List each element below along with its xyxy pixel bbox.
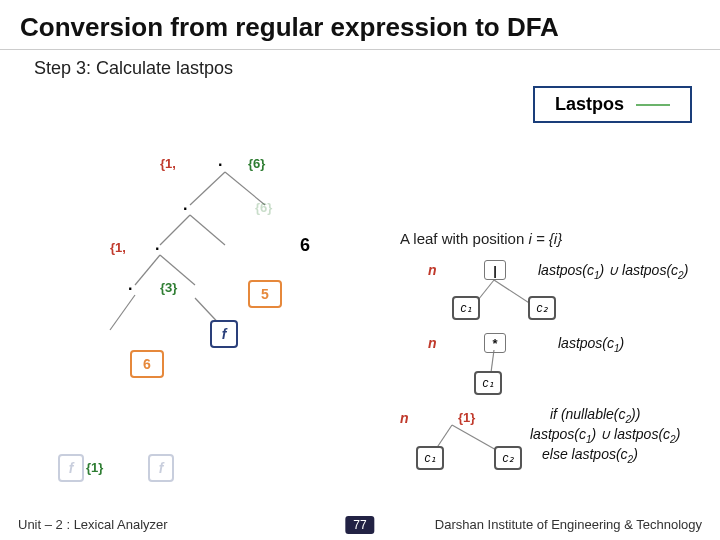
rule-concat: n {1} c₁ c₂ if (nullable(c2)) lastpos(c1… [400, 410, 415, 426]
rule-concat-c2: c₂ [494, 446, 522, 470]
root-op: ∙ [218, 156, 222, 174]
rule-star-formula: lastpos(c1) [558, 335, 624, 354]
footer-right: Darshan Institute of Engineering & Techn… [435, 517, 702, 532]
rule-concat-line2: lastpos(c1) ∪ lastpos(c2) [530, 426, 680, 445]
rule-star-c1: c₁ [474, 371, 502, 395]
rule-union-formula: lastpos(c1) ∪ lastpos(c2) [538, 262, 688, 281]
rule-concat-line3: else lastpos(c2) [542, 446, 638, 465]
n2-right-set: {6} [255, 200, 272, 215]
rule-concat-pos: {1} [458, 410, 475, 425]
rule-union: n | lastpos(c1) ∪ lastpos(c2) c₁ c₂ [428, 262, 443, 278]
rule-star-op: * [484, 333, 506, 353]
svg-line-4 [135, 255, 160, 285]
page-number: 77 [345, 516, 374, 534]
node-f2: f [58, 454, 84, 482]
rule-union-c2: c₂ [528, 296, 556, 320]
n3-op: ∙ [155, 240, 159, 258]
footer-left: Unit – 2 : Lexical Analyzer [18, 517, 168, 532]
n4-op: ∙ [128, 280, 132, 298]
node-f: f [210, 320, 238, 348]
n3-right: 6 [300, 235, 310, 256]
f2-set: {1} [86, 460, 103, 475]
rule-star: n * lastpos(c1) c₁ [428, 335, 443, 351]
rule-union-n: n [428, 262, 437, 278]
root-right-set: {6} [248, 156, 265, 171]
n3-left-set: {1, [110, 240, 126, 255]
rule-concat-line1: if (nullable(c2)) [550, 406, 640, 425]
rule-concat-n: n [400, 410, 409, 426]
node-6: 6 [130, 350, 164, 378]
diagram-canvas: {1, ∙ {6} ∙ {6} {1, ∙ 6 ∙ {3} 5 f 6 {1} … [0, 0, 720, 540]
root-left-set: {1, [160, 156, 176, 171]
node-5: 5 [248, 280, 282, 308]
n4-right-set: {3} [160, 280, 177, 295]
rule-concat-c1: c₁ [416, 446, 444, 470]
svg-line-3 [190, 215, 225, 245]
svg-line-2 [160, 215, 190, 245]
svg-line-7 [110, 295, 135, 330]
n2-op: ∙ [183, 200, 187, 218]
node-f3: f [148, 454, 174, 482]
rule-star-n: n [428, 335, 437, 351]
footer: Unit – 2 : Lexical Analyzer 77 Darshan I… [0, 517, 720, 532]
rule-union-op: | [484, 260, 506, 280]
svg-line-0 [190, 172, 225, 205]
rule-union-c1: c₁ [452, 296, 480, 320]
